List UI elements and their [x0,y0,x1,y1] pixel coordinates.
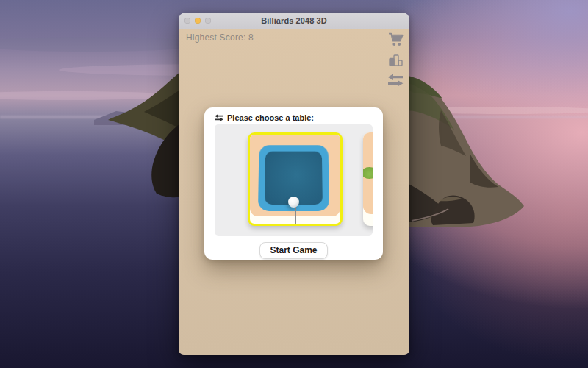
leaderboard-icon[interactable] [389,54,403,66]
cue-ball [288,197,299,208]
dialog-prompt: Please choose a table: [227,113,314,122]
table-carousel[interactable] [215,124,373,236]
close-button[interactable] [184,18,190,24]
green-spot [363,167,373,179]
zoom-button[interactable] [205,18,211,24]
aim-line [295,206,296,224]
highest-score-value: 8 [248,32,254,43]
window-title: Billiards 2048 3D [261,16,327,25]
titlebar[interactable]: Billiards 2048 3D [179,13,409,29]
swap-icon[interactable] [387,74,404,87]
start-game-button[interactable]: Start Game [259,242,327,259]
app-window: Billiards 2048 3D Highest Score: 8 [179,13,409,355]
highest-score: Highest Score: 8 [186,32,254,43]
toolbar-icon-column [387,32,404,87]
cart-icon[interactable] [388,32,404,47]
game-content: Highest Score: 8 [179,29,409,355]
dialog-footer: Start Game [204,236,383,259]
table-card-next[interactable] [363,132,373,226]
table-card-blue[interactable] [248,132,343,226]
swap-icon [215,114,223,121]
minimize-button[interactable] [195,18,201,24]
highest-score-label: Highest Score: [186,32,246,43]
dialog-header: Please choose a table: [215,113,373,122]
traffic-lights [184,13,211,29]
choose-table-dialog: Please choose a table: [204,107,383,260]
